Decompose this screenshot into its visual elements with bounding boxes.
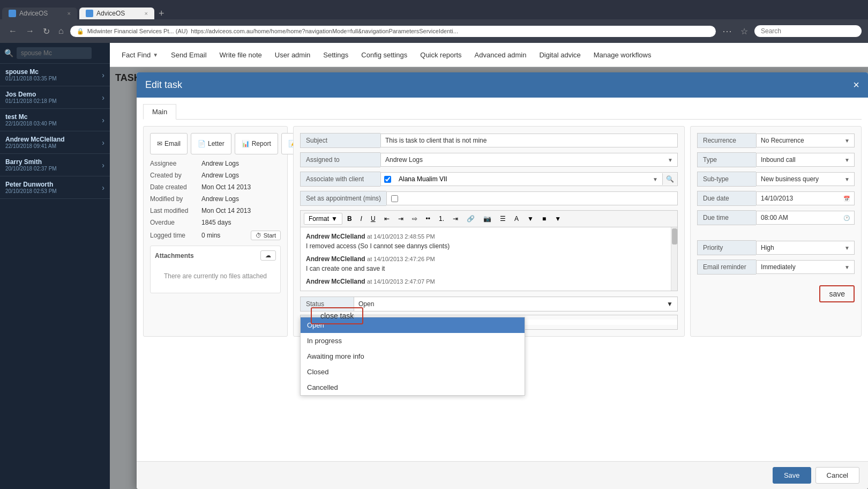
sidebar-client-1[interactable]: Jos Demo 01/11/2018 02:18 PM ›	[0, 86, 110, 109]
sidebar-client-arrow-3: ›	[102, 138, 104, 147]
associate-search-button[interactable]: 🔍	[662, 173, 677, 185]
nav-item-write-file-note[interactable]: Write file note	[213, 47, 268, 63]
align-right-button[interactable]: ⇨	[408, 213, 421, 225]
sidebar-client-info-2: test Mc 22/10/2018 03:40 PM	[5, 113, 57, 127]
nav-item-digital-advice[interactable]: Digital advice	[533, 47, 587, 63]
nav-item-user-admin[interactable]: User admin	[268, 47, 317, 63]
sidebar-client-arrow-4: ›	[102, 161, 104, 169]
bullet-list-button[interactable]: ••	[422, 213, 434, 225]
due-date-value[interactable]: 14/10/2013 📅	[756, 191, 855, 205]
italic-button[interactable]: I	[357, 213, 366, 225]
back-button[interactable]: ←	[6, 25, 19, 37]
nav-item-quick-reports[interactable]: Quick reports	[414, 47, 468, 63]
status-value[interactable]: Open ▼	[354, 298, 677, 310]
sidebar-client-3[interactable]: Andrew McClelland 22/10/2018 09:41 AM ›	[0, 131, 110, 154]
new-tab-button[interactable]: +	[154, 8, 169, 19]
image-button[interactable]: 📷	[480, 213, 495, 225]
save-annotation-button[interactable]: save	[819, 285, 855, 302]
status-option-inprogress[interactable]: In progress	[301, 333, 525, 349]
home-button[interactable]: ⌂	[56, 25, 66, 37]
forward-button[interactable]: →	[24, 25, 36, 37]
priority-value[interactable]: High ▼	[756, 241, 855, 255]
email-button[interactable]: ✉ Email	[150, 133, 188, 154]
align-left-button[interactable]: ⇤	[380, 213, 393, 225]
nav-item-manage-workflows[interactable]: Manage workflows	[587, 47, 658, 63]
active-tab-close[interactable]: ×	[145, 10, 148, 17]
align-center-button[interactable]: ⇥	[394, 213, 407, 225]
subject-row: Subject	[300, 133, 678, 148]
reload-button[interactable]: ↻	[41, 25, 52, 38]
inactive-tab-close[interactable]: ×	[68, 10, 71, 17]
nav-item-settings[interactable]: Settings	[317, 47, 355, 63]
highlight-button[interactable]: ■	[538, 213, 550, 225]
sidebar-search-input[interactable]	[17, 47, 92, 59]
sidebar-client-4[interactable]: Barry Smith 20/10/2018 02:37 PM ›	[0, 154, 110, 176]
cancel-button[interactable]: Cancel	[815, 467, 859, 484]
email-reminder-value[interactable]: Immediately ▼	[756, 260, 855, 274]
status-option-cancelled[interactable]: Cancelled	[301, 380, 525, 395]
bookmark-button[interactable]: ☆	[738, 25, 750, 38]
reminder-arrow[interactable]: ▼	[844, 264, 850, 270]
assigned-to-arrow[interactable]: ▼	[668, 157, 673, 163]
sidebar-client-0[interactable]: spouse Mc 01/11/2018 03:35 PM ›	[0, 64, 110, 86]
status-option-awaiting[interactable]: Awaiting more info	[301, 349, 525, 364]
bold-button[interactable]: B	[343, 213, 356, 225]
upload-attachment-button[interactable]: ☁	[260, 250, 276, 261]
format-dropdown[interactable]: Format ▼	[304, 213, 342, 225]
priority-arrow[interactable]: ▼	[844, 245, 850, 251]
logged-time-row: Logged time 0 mins ⏱ Start	[150, 231, 281, 240]
start-timer-button[interactable]: ⏱ Start	[251, 231, 281, 240]
associate-dropdown-arrow[interactable]: ▼	[653, 176, 658, 182]
sidebar-client-arrow-2: ›	[102, 116, 104, 124]
sidebar-client-5[interactable]: Peter Dunworth 20/10/2018 02:53 PM ›	[0, 176, 110, 199]
subtype-arrow[interactable]: ▼	[844, 176, 850, 182]
indent-button[interactable]: ⇥	[449, 213, 462, 225]
type-arrow[interactable]: ▼	[844, 157, 850, 163]
save-button[interactable]: Save	[773, 467, 811, 484]
subject-input[interactable]	[380, 134, 678, 147]
nav-item-fact-find[interactable]: Fact Find▼	[115, 47, 164, 63]
tab-main[interactable]: Main	[143, 104, 176, 120]
nav-item-advanced-admin[interactable]: Advanced admin	[468, 47, 533, 63]
recurrence-value[interactable]: No Recurrence ▼	[756, 134, 855, 147]
sidebar-client-2[interactable]: test Mc 22/10/2018 03:40 PM ›	[0, 109, 110, 131]
recurrence-arrow[interactable]: ▼	[844, 138, 850, 144]
browser-search-input[interactable]	[754, 25, 862, 37]
scrollbar-thumb[interactable]	[672, 228, 677, 244]
link-button[interactable]: 🔗	[463, 213, 478, 225]
letter-button[interactable]: 📄 Letter	[191, 133, 231, 154]
status-option-closed[interactable]: Closed	[301, 364, 525, 380]
active-tab[interactable]: AdviceOS ×	[79, 8, 154, 19]
inactive-tab[interactable]: AdviceOS ×	[2, 8, 77, 19]
editor-area[interactable]: Andrew McClelland at 14/10/2013 2:48:55 …	[300, 227, 678, 291]
editor-scrollbar[interactable]	[671, 227, 677, 291]
nav-item-send-email[interactable]: Send Email	[164, 47, 213, 63]
more-button[interactable]: ▼	[551, 213, 565, 225]
close-task-button[interactable]: close task	[311, 307, 363, 324]
underline-button[interactable]: U	[367, 213, 379, 225]
type-row: Type Inbound call ▼	[697, 152, 855, 167]
due-time-value[interactable]: 08:00 AM 🕐	[756, 211, 855, 225]
font-down-button[interactable]: ▼	[523, 213, 537, 225]
nav-item-config-settings[interactable]: Config settings	[355, 47, 414, 63]
modal-close-button[interactable]: ×	[853, 79, 859, 91]
menu-dots-button[interactable]: ⋯	[720, 25, 734, 37]
associate-checkbox[interactable]	[384, 176, 391, 183]
appointment-checkbox[interactable]	[391, 195, 398, 202]
appointment-input[interactable]	[402, 195, 673, 202]
nav-items-container: Fact Find▼Send EmailWrite file noteUser …	[115, 47, 657, 63]
last-modified-label: Last modified	[150, 207, 198, 214]
table-button[interactable]: ☰	[496, 213, 510, 225]
priority-row: Priority High ▼	[697, 240, 855, 255]
clock-icon[interactable]: 🕐	[843, 215, 850, 221]
type-value[interactable]: Inbound call ▼	[756, 153, 855, 167]
action-buttons: ✉ Email 📄 Letter 📊 Report	[150, 133, 281, 154]
subtype-value[interactable]: New business query ▼	[756, 172, 855, 186]
font-color-button[interactable]: A	[511, 213, 522, 225]
numbered-list-button[interactable]: 1.	[435, 213, 448, 225]
status-dropdown-arrow[interactable]: ▼	[667, 300, 673, 308]
calendar-icon[interactable]: 📅	[843, 196, 850, 202]
report-button[interactable]: 📊 Report	[235, 133, 278, 154]
main-content: Fact Find▼Send EmailWrite file noteUser …	[110, 43, 868, 489]
address-bar[interactable]: 🔒 Midwinter Financial Services Pt... (AU…	[70, 26, 716, 37]
